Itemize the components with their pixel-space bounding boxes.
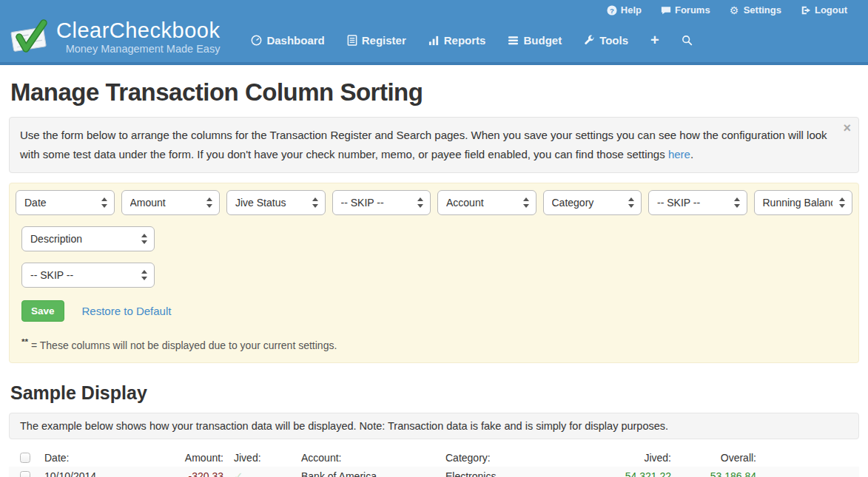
settings-link[interactable]: ⚙ Settings	[730, 4, 781, 16]
header-jived: Jived:	[223, 449, 301, 467]
forums-icon	[661, 5, 671, 16]
register-icon	[347, 35, 357, 46]
intro-panel: × Use the form below to arrange the colu…	[9, 117, 859, 173]
sample-display-note: The example below shows how your transac…	[9, 413, 859, 439]
header-jived-total: Jived:	[579, 449, 671, 467]
save-button[interactable]: Save	[21, 300, 64, 322]
header-account: Account:	[301, 449, 445, 467]
intro-text: Use the form below to arrange the column…	[20, 129, 827, 160]
svg-text:?: ?	[610, 6, 614, 14]
plus-icon: +	[650, 32, 659, 48]
transaction-account: Bank of America	[301, 467, 445, 477]
nav-register[interactable]: Register	[347, 34, 406, 47]
main-nav: Dashboard Register Reports Budget Tools …	[251, 32, 692, 62]
help-link[interactable]: ? Help	[607, 4, 642, 16]
logout-icon	[801, 5, 811, 16]
forums-label: Forums	[675, 4, 710, 16]
row-checkbox[interactable]	[20, 471, 30, 477]
brand-name: ClearCheckbook	[56, 19, 220, 41]
column-select-10[interactable]: -- SKIP --	[21, 263, 155, 288]
nav-register-label: Register	[362, 34, 406, 47]
close-icon[interactable]: ×	[843, 121, 851, 135]
search-button[interactable]	[682, 35, 693, 46]
column-select-7[interactable]: -- SKIP --	[648, 190, 747, 215]
skip-columns-note: ** = These columns will not be displayed…	[21, 336, 852, 351]
nav-budget[interactable]: Budget	[508, 34, 562, 47]
column-select-row-1: Date Amount Jive Status -- SKIP -- Accou…	[16, 190, 852, 215]
column-select-3[interactable]: Jive Status	[226, 190, 326, 215]
budget-icon	[508, 35, 519, 46]
dashboard-icon	[251, 35, 262, 46]
column-select-1[interactable]: Date	[16, 190, 115, 215]
brand-tagline: Money Management Made Easy	[66, 43, 221, 55]
column-select-6[interactable]: Category	[543, 190, 642, 215]
transaction-date: 10/10/2014	[44, 467, 163, 477]
nav-reports-label: Reports	[444, 34, 486, 47]
form-actions: Save Restore to Default	[21, 300, 852, 322]
nav-dashboard[interactable]: Dashboard	[251, 34, 324, 47]
site-header: ? Help Forums ⚙ Settings Logout	[0, 0, 868, 65]
transaction-category: Electronics	[445, 467, 579, 477]
column-select-row-2: Description	[16, 226, 852, 251]
jived-balance: 54,321.22	[579, 467, 671, 477]
table-header-row: Date: Amount: Jived: Account: Category: …	[9, 449, 859, 467]
tools-icon	[584, 35, 595, 46]
header-date: Date:	[44, 449, 163, 467]
utility-bar: ? Help Forums ⚙ Settings Logout	[607, 4, 847, 16]
column-sorting-form: Date Amount Jive Status -- SKIP -- Accou…	[9, 183, 859, 363]
sample-display-title: Sample Display	[10, 382, 858, 404]
column-select-4[interactable]: -- SKIP --	[332, 190, 431, 215]
sample-transactions-table: Date: Amount: Jived: Account: Category: …	[9, 449, 859, 477]
nav-tools-label: Tools	[599, 34, 628, 47]
header-amount: Amount:	[163, 449, 223, 467]
overall-balance: 53,186.84	[671, 467, 756, 477]
select-all-checkbox[interactable]	[20, 453, 30, 463]
nav-dashboard-label: Dashboard	[266, 34, 324, 47]
gear-icon: ⚙	[730, 5, 740, 16]
add-transaction-button[interactable]: +	[650, 32, 659, 49]
column-select-2[interactable]: Amount	[121, 190, 221, 215]
restore-default-link[interactable]: Restore to Default	[82, 305, 172, 317]
page-title: Manage Transaction Column Sorting	[10, 78, 858, 106]
column-select-row-3: -- SKIP --	[16, 263, 852, 288]
header-category: Category:	[445, 449, 579, 467]
transaction-amount: -320.33	[163, 467, 223, 477]
help-label: Help	[621, 4, 642, 16]
skip-note-symbol: **	[21, 336, 28, 346]
nav-tools[interactable]: Tools	[584, 34, 628, 47]
logout-link[interactable]: Logout	[801, 4, 847, 16]
column-select-5[interactable]: Account	[437, 190, 536, 215]
clearcheckbook-logo-icon	[10, 18, 49, 56]
header-overall: Overall:	[671, 449, 756, 467]
help-icon: ?	[607, 5, 617, 16]
skip-note-text: = These columns will not be displayed du…	[31, 339, 337, 351]
column-select-9[interactable]: Description	[21, 226, 155, 251]
nav-reports[interactable]: Reports	[428, 34, 486, 47]
brand-text: ClearCheckbook Money Management Made Eas…	[56, 19, 220, 54]
nav-budget-label: Budget	[523, 34, 562, 47]
intro-here-link[interactable]: here	[668, 148, 690, 160]
settings-label: Settings	[744, 4, 781, 16]
column-select-8[interactable]: Running Balance	[754, 190, 853, 215]
logout-label: Logout	[815, 4, 847, 16]
brand[interactable]: ClearCheckbook Money Management Made Eas…	[10, 18, 220, 62]
transaction-row: 10/10/2014 -320.33 ✓ Bank of America Ele…	[9, 467, 859, 477]
search-icon	[682, 35, 693, 46]
reports-icon	[428, 35, 440, 46]
forums-link[interactable]: Forums	[661, 4, 710, 16]
intro-text-end: .	[690, 148, 693, 160]
main-content: Manage Transaction Column Sorting × Use …	[0, 78, 868, 477]
jived-check-icon: ✓	[234, 470, 243, 477]
